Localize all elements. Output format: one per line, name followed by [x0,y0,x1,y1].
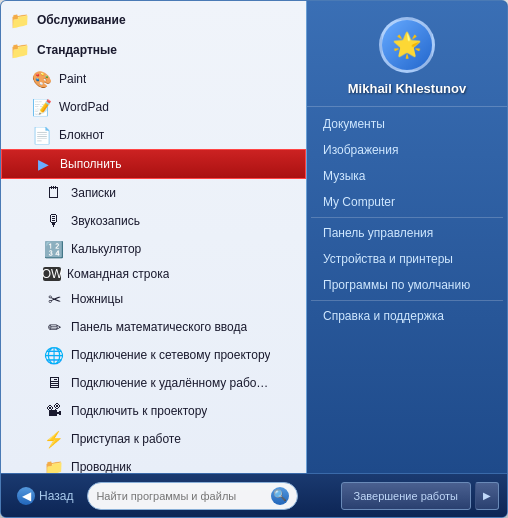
sidebar-item-label: Калькулятор [71,242,141,256]
paint-icon: 🎨 [31,68,53,90]
sidebar-item-notepad[interactable]: 📄 Блокнот [1,121,306,149]
cmd-icon: OW [43,267,61,281]
sidebar-item-projector[interactable]: 📽 Подключить к проектору [1,397,306,425]
sidebar-item-label: Звукозапись [71,214,140,228]
sidebar-item-easyconn[interactable]: ⚡ Приступая к работе [1,425,306,453]
right-item-label: Музыка [323,169,365,183]
notes-icon: 🗒 [43,182,65,204]
sidebar-item-wordpad[interactable]: 📝 WordPad [1,93,306,121]
search-icon: 🔍 [273,489,287,502]
back-arrow-button[interactable]: ◀ [17,487,35,505]
sidebar-item-label: Командная строка [67,267,169,281]
right-bottom: Завершение работы ▶ [306,482,507,510]
sidebar-item-label: Ножницы [71,292,123,306]
sidebar-item-label: WordPad [59,100,109,114]
notepad-icon: 📄 [31,124,53,146]
sidebar-item-explorer[interactable]: 📁 Проводник [1,453,306,473]
shutdown-label: Завершение работы [354,490,458,502]
folder-icon: 📁 [9,39,31,61]
sidebar-item-service[interactable]: 📁 Обслуживание [1,5,306,35]
easyconn-icon: ⚡ [43,428,65,450]
sidebar-item-label: Панель математического ввода [71,320,247,334]
sidebar-item-math[interactable]: ✏ Панель математического ввода [1,313,306,341]
right-item-label: Программы по умолчанию [323,278,470,292]
sidebar-item-cmd[interactable]: OW Командная строка [1,263,306,285]
right-item-mycomputer[interactable]: My Computer [307,189,507,215]
sidebar-item-paint[interactable]: 🎨 Paint [1,65,306,93]
right-item-label: Справка и поддержка [323,309,444,323]
search-input[interactable] [96,490,267,502]
run-icon: ▶ [32,153,54,175]
sidebar-item-remote[interactable]: 🖥 Подключение к удалённому рабочему сто… [1,369,306,397]
math-icon: ✏ [43,316,65,338]
right-item-devices[interactable]: Устройства и принтеры [307,246,507,272]
sidebar-item-label: Обслуживание [37,13,126,27]
back-label[interactable]: Назад [39,489,73,503]
sidebar-item-label: Выполнить [60,157,122,171]
sidebar-item-label: Подключить к проектору [71,404,207,418]
username-label: Mikhail Khlestunov [348,81,466,96]
sidebar-item-network[interactable]: 🌐 Подключение к сетевому проектору [1,341,306,369]
user-icon-area: 🌟 [307,9,507,77]
right-item-documents[interactable]: Документы [307,111,507,137]
shutdown-button[interactable]: Завершение работы [341,482,471,510]
sidebar-item-label: Подключение к сетевому проектору [71,348,270,362]
right-item-controlpanel[interactable]: Панель управления [307,220,507,246]
right-item-images[interactable]: Изображения [307,137,507,163]
remote-icon: 🖥 [43,372,65,394]
wordpad-icon: 📝 [31,96,53,118]
sidebar-item-label: Стандартные [37,43,117,57]
sidebar-item-label: Записки [71,186,116,200]
sidebar-item-scissors[interactable]: ✂ Ножницы [1,285,306,313]
left-panel-content: 📁 Обслуживание 📁 Стандартные 🎨 Paint 📝 W… [1,1,306,473]
divider [311,217,503,218]
avatar-icon: 🌟 [392,31,422,59]
shutdown-arrow-button[interactable]: ▶ [475,482,499,510]
network-icon: 🌐 [43,344,65,366]
right-item-label: Панель управления [323,226,433,240]
sidebar-item-notes[interactable]: 🗒 Записки [1,179,306,207]
right-menu-items: Документы Изображения Музыка My Computer… [307,107,507,465]
sidebar-item-label: Блокнот [59,128,104,142]
sidebar-item-run[interactable]: ▶ Выполнить [1,149,306,179]
user-avatar: 🌟 [379,17,435,73]
folder-icon: 📁 [9,9,31,31]
search-box: 🔍 [87,482,298,510]
divider [311,300,503,301]
right-item-label: Изображения [323,143,398,157]
right-item-music[interactable]: Музыка [307,163,507,189]
back-section: ◀ Назад [9,487,81,505]
sidebar-item-label: Приступая к работе [71,432,181,446]
projector-icon: 📽 [43,400,65,422]
sidebar-item-label: Paint [59,72,86,86]
sidebar-item-label: Подключение к удалённому рабочему сто… [71,376,271,390]
sidebar-item-calc[interactable]: 🔢 Калькулятор [1,235,306,263]
scissors-icon: ✂ [43,288,65,310]
sidebar-item-recorder[interactable]: 🎙 Звукозапись [1,207,306,235]
explorer-icon: 📁 [43,456,65,473]
sidebar-item-label: Проводник [71,460,131,473]
recorder-icon: 🎙 [43,210,65,232]
right-item-label: Устройства и принтеры [323,252,453,266]
sidebar-item-standard[interactable]: 📁 Стандартные [1,35,306,65]
calc-icon: 🔢 [43,238,65,260]
shutdown-arrow-icon: ▶ [483,490,491,501]
right-item-label: My Computer [323,195,395,209]
right-item-label: Документы [323,117,385,131]
left-bottom: ◀ Назад 🔍 [1,482,306,510]
left-panel: 📁 Обслуживание 📁 Стандартные 🎨 Paint 📝 W… [1,1,306,473]
menu-body: 📁 Обслуживание 📁 Стандартные 🎨 Paint 📝 W… [1,1,507,473]
search-icon-button[interactable]: 🔍 [271,487,289,505]
bottom-bar: ◀ Назад 🔍 Завершение работы ▶ [1,473,507,517]
right-panel: 🌟 Mikhail Khlestunov Документы Изображен… [306,1,507,473]
right-item-help[interactable]: Справка и поддержка [307,303,507,329]
right-item-defaults[interactable]: Программы по умолчанию [307,272,507,298]
start-menu: 📁 Обслуживание 📁 Стандартные 🎨 Paint 📝 W… [0,0,508,518]
